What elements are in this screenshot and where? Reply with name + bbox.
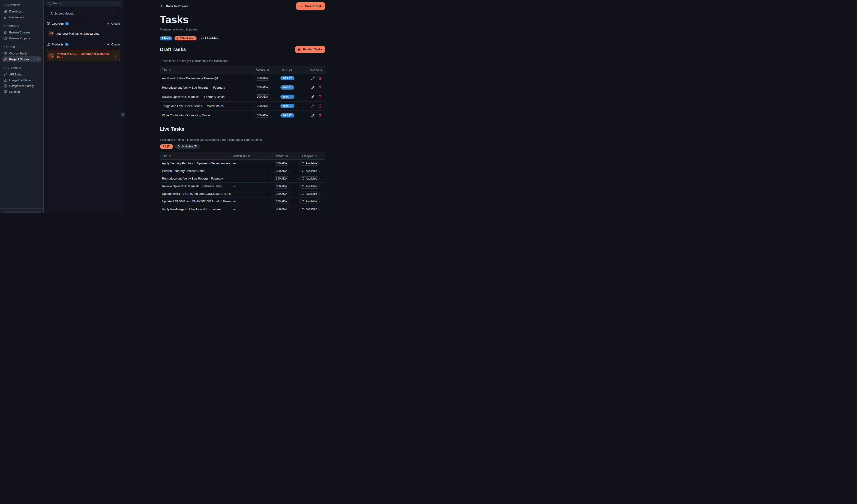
- status-cell: DRAFT: [275, 102, 300, 111]
- sidebar-section-overview: OVERVIEW Dashboard Credentials: [2, 4, 41, 20]
- page-subtitle: Manage tasks for this project: [160, 28, 325, 31]
- actions-cell: [300, 111, 325, 120]
- reward-cell: 300 ADA: [269, 175, 294, 182]
- delete-task-button[interactable]: [318, 104, 322, 107]
- project-item-active[interactable]: Intersect OSC — Maintainer Retainer Pilo…: [47, 50, 120, 61]
- sidebar-item-course-studio[interactable]: Course Studio: [2, 51, 41, 56]
- sidebar-item-api-setup[interactable]: API Setup: [2, 71, 41, 77]
- column-header-actions: ACTIONS: [300, 66, 325, 73]
- app-window: OVERVIEW Dashboard Credentials DISCOVER …: [0, 0, 362, 213]
- lifecycle-pill: Available: [299, 199, 319, 204]
- delete-task-button[interactable]: [318, 114, 322, 117]
- column-header-title[interactable]: Title: [160, 152, 231, 160]
- contributor-cell: —: [231, 167, 269, 175]
- reward-pill: 300 ADA: [255, 113, 270, 118]
- circle-icon: [302, 162, 304, 165]
- task-title: Triage and Label Open Issues — March Bat…: [160, 102, 250, 111]
- contributor-cell: —: [231, 183, 269, 190]
- circle-icon: [302, 185, 304, 187]
- back-to-project-link[interactable]: Back to Project: [160, 4, 188, 8]
- live-table-header: Title Contributor Reward Lifecycle: [160, 152, 325, 160]
- arrow-left-icon: [160, 4, 164, 8]
- palette-icon: [3, 84, 7, 88]
- reward-pill: 300 ADA: [255, 95, 270, 99]
- sort-icon: [168, 155, 171, 157]
- sidebar: OVERVIEW Dashboard Credentials DISCOVER …: [0, 0, 44, 213]
- sidebar-item-sitemap[interactable]: Sitemap: [2, 89, 41, 95]
- sidebar-item-component-library[interactable]: Component Library: [2, 83, 41, 89]
- column-header-reward[interactable]: Reward: [250, 66, 275, 73]
- delete-task-button[interactable]: [318, 86, 322, 89]
- map-icon: [3, 90, 7, 94]
- course-item[interactable]: Intersect Maintainer Onboarding: [47, 29, 120, 38]
- circle-icon: [178, 145, 180, 148]
- panel-resize-handle[interactable]: [121, 112, 125, 117]
- live-section-description: Published on-chain. Lifecycle status is …: [160, 138, 325, 141]
- sidebar-item-label: Sitemap: [9, 90, 20, 94]
- status-cell: DRAFT: [275, 83, 300, 92]
- task-title: Write Contributor Onboarding Guide: [160, 111, 250, 120]
- delete-task-button[interactable]: [318, 95, 322, 98]
- task-title: Update README and CHANGELOG for v2.1 Rel…: [160, 198, 231, 205]
- lifecycle-cell: Available: [294, 198, 325, 205]
- edit-task-button[interactable]: [311, 77, 315, 80]
- pencil-icon: [311, 114, 315, 117]
- sidebar-section-discover: DISCOVER Browse Courses Browse Projects: [2, 25, 41, 41]
- edit-task-button[interactable]: [311, 95, 315, 98]
- sidebar-item-browse-courses[interactable]: Browse Courses: [2, 30, 41, 35]
- live-task-row: Apply Security Patches to Upstream Depen…: [160, 160, 325, 167]
- filter-all-pill[interactable]: All (7): [160, 144, 173, 149]
- edit-task-button[interactable]: [311, 104, 315, 107]
- sidebar-item-label: Course Studio: [9, 52, 28, 55]
- reward-cell: 300 ADA: [269, 167, 294, 175]
- edit-task-button[interactable]: [311, 86, 315, 89]
- projects-label: Projects: [52, 43, 64, 46]
- section-label: DEV TOOLS: [2, 67, 41, 69]
- graduation-cap-icon: [3, 31, 7, 34]
- live-tasks-heading: Live Tasks: [160, 126, 184, 132]
- award-icon: [3, 15, 7, 19]
- sidebar-item-label: Component Library: [9, 84, 34, 88]
- reward-cell: 300 ADA: [250, 83, 275, 92]
- live-task-row: Update README and CHANGELOG for v2.1 Rel…: [160, 198, 325, 205]
- column-header-title[interactable]: Title: [160, 66, 250, 73]
- sidebar-item-credentials[interactable]: Credentials: [2, 14, 41, 20]
- circle-check-icon: [48, 53, 54, 58]
- user-menu-button[interactable]: [2, 211, 41, 213]
- column-header-reward[interactable]: Reward: [269, 152, 294, 160]
- publish-tasks-button[interactable]: Publish Tasks: [295, 46, 325, 53]
- create-project-button[interactable]: Create: [107, 43, 120, 46]
- courses-label: Courses: [52, 22, 64, 26]
- circle-icon: [302, 177, 304, 180]
- column-header-contributor[interactable]: Contributor: [231, 152, 269, 160]
- draft-count-badge: 5 Draft: [160, 36, 172, 40]
- chevron-right-icon: [37, 58, 40, 61]
- live-task-row: Publish February Release Notes — 300 ADA…: [160, 167, 325, 175]
- column-header-lifecycle[interactable]: Lifecycle: [294, 152, 325, 160]
- sort-icon: [314, 155, 317, 157]
- main-content: Back to Project Create Task Tasks Manage…: [123, 0, 362, 213]
- sidebar-item-label: Browse Projects: [9, 37, 30, 40]
- search-input[interactable]: [52, 2, 119, 5]
- reward-cell: 300 ADA: [250, 74, 275, 83]
- import-module-button[interactable]: Import Module: [47, 10, 120, 17]
- course-item-title: Intersect Maintainer Onboarding: [56, 32, 99, 35]
- search-icon: [48, 2, 51, 5]
- sidebar-item-usage-dashboard[interactable]: Usage Dashboard: [2, 77, 41, 83]
- create-task-button[interactable]: Create Task: [296, 2, 325, 10]
- book-open-icon: [3, 52, 7, 55]
- sidebar-item-dashboard[interactable]: Dashboard: [2, 9, 41, 14]
- create-course-button[interactable]: Create: [107, 22, 120, 26]
- key-icon: [3, 73, 7, 76]
- task-title: Reproduce and Verify Bug Reports Februar…: [160, 175, 231, 182]
- sidebar-item-project-studio[interactable]: Project Studio: [2, 56, 41, 62]
- sidebar-item-browse-projects[interactable]: Browse Projects: [2, 35, 41, 41]
- sidebar-section-studio: STUDIO Course Studio Project Studio: [2, 46, 41, 62]
- status-badge: DRAFT: [280, 95, 295, 99]
- delete-task-button[interactable]: [318, 77, 322, 80]
- edit-task-button[interactable]: [311, 114, 315, 117]
- search-box[interactable]: [46, 1, 121, 6]
- status-badge: DRAFT: [280, 85, 295, 89]
- trash-icon: [318, 104, 322, 107]
- filter-available-pill[interactable]: Available (7): [175, 144, 200, 149]
